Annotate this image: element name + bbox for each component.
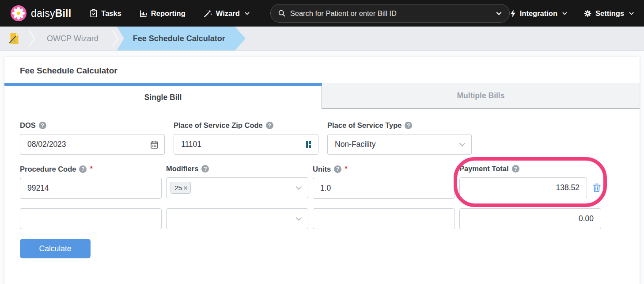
calendar-icon[interactable] <box>150 140 159 149</box>
lightning-bolt-icon <box>510 9 516 18</box>
chevron-down-icon[interactable] <box>458 141 466 148</box>
procedure-field: Procedure Code <box>20 165 162 199</box>
gear-icon <box>583 9 592 18</box>
pos-type-select[interactable] <box>327 134 472 155</box>
zip-input[interactable] <box>174 134 318 155</box>
daisy-flower-icon <box>11 5 27 21</box>
breadcrumb-owcp-wizard[interactable]: OWCP Wizard <box>36 27 111 50</box>
nav-integration[interactable]: Integration <box>510 9 568 18</box>
dos-input[interactable] <box>20 134 165 155</box>
procedure-label-text: Procedure Code <box>20 165 76 173</box>
global-search[interactable] <box>270 4 510 23</box>
payment-total-label: Payment Total <box>459 165 601 173</box>
bill-mode-tabs: Single Bill Multiple Bills <box>4 83 640 109</box>
nav-right-menu: Integration Settings <box>510 8 644 19</box>
payment-total-field: Payment Total <box>459 165 601 199</box>
breadcrumb-separator-icon <box>27 27 36 50</box>
help-icon[interactable] <box>266 122 273 129</box>
clipboard-check-icon <box>90 9 98 18</box>
modifier-tag-25: 25 <box>170 182 191 194</box>
required-asterisk <box>90 165 93 173</box>
procedure-input-row2[interactable] <box>20 208 162 229</box>
wizard-note-icon <box>8 32 20 45</box>
calculate-button[interactable]: Calculate <box>20 239 91 258</box>
modifier-tag-label: 25 <box>174 184 182 192</box>
nav-integration-label: Integration <box>520 9 557 18</box>
nav-reporting[interactable]: Reporting <box>139 9 186 18</box>
bar-chart-icon <box>139 9 148 18</box>
brand-bill-text: Bill <box>55 8 72 19</box>
pos-type-field: Place of Service Type <box>327 121 472 155</box>
dos-label-text: DOS <box>20 121 36 130</box>
procedure-input[interactable] <box>20 178 162 199</box>
trash-icon <box>592 183 601 193</box>
payment-total-label-text: Payment Total <box>459 165 509 173</box>
chevron-down-icon[interactable] <box>295 184 303 192</box>
payment-total-input[interactable] <box>459 177 587 198</box>
tab-single-bill[interactable]: Single Bill <box>4 83 322 109</box>
page-title: Fee Schedule Calculator <box>4 57 640 83</box>
help-icon[interactable] <box>405 122 412 129</box>
required-asterisk <box>345 165 348 173</box>
help-icon[interactable] <box>334 165 341 173</box>
breadcrumb-separator-icon <box>111 27 120 50</box>
top-navbar: daisyBill Tasks Reporting W <box>0 0 644 27</box>
nav-wizard[interactable]: Wizard <box>203 9 250 18</box>
breadcrumb-fee-schedule-calculator: Fee Schedule Calculator <box>117 27 246 50</box>
payment-total-input-row2[interactable] <box>459 208 601 229</box>
units-label: Units <box>313 165 455 173</box>
breadcrumb-home[interactable] <box>0 27 27 50</box>
modifiers-field: Modifiers 25 <box>166 165 308 199</box>
fee-schedule-calculator-card: Fee Schedule Calculator Single Bill Mult… <box>4 57 640 284</box>
chevron-down-icon[interactable] <box>295 215 303 223</box>
search-chevron-down-icon[interactable] <box>496 10 502 17</box>
brand-daisy-text: daisy <box>31 8 55 19</box>
help-icon[interactable] <box>79 165 87 173</box>
remove-modifier-icon[interactable] <box>183 186 188 190</box>
help-icon[interactable] <box>512 165 519 173</box>
nav-reporting-label: Reporting <box>151 9 186 18</box>
tab-multiple-bills[interactable]: Multiple Bills <box>322 83 640 109</box>
brand-name: daisyBill <box>31 8 71 19</box>
modifiers-label-text: Modifiers <box>166 165 198 173</box>
modifiers-select-row2[interactable] <box>166 208 308 229</box>
zip-label: Place of Service Zip Code <box>174 121 318 130</box>
brand-logo[interactable]: daisyBill <box>11 5 71 21</box>
units-field: Units <box>313 165 455 199</box>
procedure-label: Procedure Code <box>20 165 162 173</box>
search-icon <box>278 9 286 17</box>
dos-label: DOS <box>20 121 165 130</box>
chevron-down-icon <box>562 11 568 16</box>
units-input-row2[interactable] <box>313 208 455 229</box>
magic-wand-icon <box>203 9 212 18</box>
help-icon[interactable] <box>201 165 209 173</box>
nav-tasks[interactable]: Tasks <box>90 9 121 18</box>
nav-tasks-label: Tasks <box>101 9 121 18</box>
pos-type-label-text: Place of Service Type <box>327 121 402 130</box>
units-label-text: Units <box>313 165 331 173</box>
zip-field: Place of Service Zip Code <box>174 121 318 155</box>
teal-bars-icon <box>306 140 313 150</box>
delete-row-button[interactable] <box>592 183 601 193</box>
search-input[interactable] <box>290 9 490 18</box>
units-input[interactable] <box>313 178 455 199</box>
pos-type-label: Place of Service Type <box>327 121 472 130</box>
modifiers-label: Modifiers <box>166 165 308 173</box>
nav-settings-label: Settings <box>595 9 624 18</box>
nav-menu: Tasks Reporting Wizard <box>90 9 250 18</box>
dos-field: DOS <box>20 121 165 155</box>
nav-wizard-label: Wizard <box>216 9 240 18</box>
chevron-down-icon <box>244 11 250 16</box>
help-icon[interactable] <box>39 122 46 129</box>
chevron-down-icon <box>629 11 634 16</box>
zip-label-text: Place of Service Zip Code <box>174 121 263 130</box>
nav-settings[interactable]: Settings <box>583 9 634 18</box>
breadcrumb: OWCP Wizard Fee Schedule Calculator <box>0 27 644 51</box>
calculator-form: DOS Place of Service Zip <box>4 109 640 258</box>
